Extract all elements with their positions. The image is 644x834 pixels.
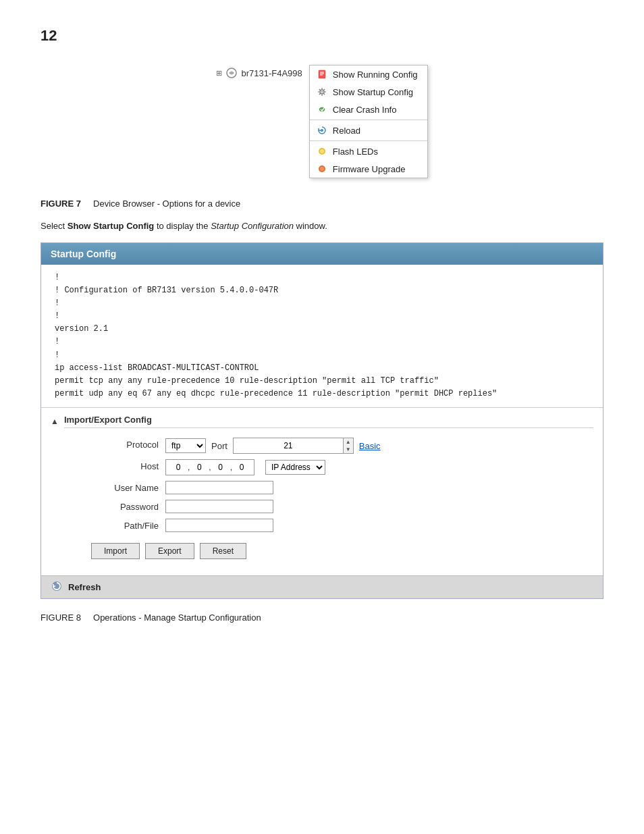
figure8-label: FIGURE 8 <box>41 613 81 623</box>
config-line-2: ! Configuration of BR7131 version 5.4.0.… <box>55 284 589 297</box>
import-button[interactable]: Import <box>91 543 140 559</box>
clear-icon <box>317 104 327 115</box>
config-line-7: ! <box>55 349 589 362</box>
protocol-control-row: ftp tftp sftp Port ▲ ▼ Basic <box>165 438 593 454</box>
config-line-3: ! <box>55 297 589 310</box>
figure7-text: Device Browser - Options for a device <box>93 199 240 209</box>
config-line-5: version 2.1 <box>55 323 589 336</box>
pathfile-control-row <box>165 519 593 532</box>
body-suffix: to display the <box>154 221 211 231</box>
figure7-label: FIGURE 7 <box>41 199 81 209</box>
host-label: Host <box>91 459 159 475</box>
form-grid: Protocol ftp tftp sftp Port ▲ ▼ Basic <box>91 438 593 532</box>
gear-icon <box>317 86 327 97</box>
figure8-text: Operations - Manage Startup Configuratio… <box>93 613 261 623</box>
body-text: Select Show Startup Config to display th… <box>41 219 603 233</box>
body-prefix: Select <box>41 221 68 231</box>
device-name: br7131-F4A998 <box>241 68 302 78</box>
startup-config-panel: Startup Config ! ! Configuration of BR71… <box>41 242 603 600</box>
password-control-row <box>165 500 593 513</box>
menu-item-flash-leds[interactable]: Flash LEDs <box>310 142 427 160</box>
host-octet-4[interactable] <box>232 461 251 473</box>
svg-point-3 <box>321 91 323 93</box>
menu-item-show-running-label: Show Running Config <box>333 70 418 80</box>
menu-item-reload[interactable]: Reload <box>310 122 427 139</box>
import-export-section: ▲ Import/Export Config Protocol ftp tftp… <box>41 408 603 575</box>
export-button[interactable]: Export <box>145 543 194 559</box>
basic-link[interactable]: Basic <box>359 441 381 451</box>
config-line-9: permit tcp any any rule-precedence 10 ru… <box>55 375 589 388</box>
menu-item-show-running[interactable]: Show Running Config <box>310 66 427 83</box>
host-octet-2[interactable] <box>190 461 209 473</box>
username-input[interactable] <box>165 481 273 494</box>
body-link: Show Startup Config <box>68 221 155 231</box>
import-export-title: Import/Export Config <box>64 415 593 428</box>
port-spinner: ▲ ▼ <box>233 438 354 454</box>
body-end: window. <box>294 221 327 231</box>
collapse-arrow-icon[interactable]: ▲ <box>51 417 59 426</box>
context-menu-area: ⊞ br7131-F4A998 Show Running Config Show… <box>41 65 603 178</box>
config-line-4: ! <box>55 310 589 323</box>
config-line-6: ! <box>55 336 589 348</box>
svg-rect-1 <box>319 70 325 78</box>
port-arrows: ▲ ▼ <box>343 438 353 453</box>
expand-icon: ⊞ <box>216 69 222 78</box>
firmware-icon <box>317 163 327 174</box>
context-menu: Show Running Config Show Startup Config … <box>309 65 428 178</box>
device-tree-icon <box>226 68 237 78</box>
port-up-button[interactable]: ▲ <box>344 438 353 446</box>
host-control-row: , , , IP Address Hostname <box>165 459 593 475</box>
host-type-select[interactable]: IP Address Hostname <box>265 460 325 475</box>
figure7-caption: FIGURE 7 Device Browser - Options for a … <box>41 199 603 209</box>
reload-icon <box>317 125 327 136</box>
svg-point-8 <box>320 167 324 171</box>
username-label: User Name <box>91 481 159 494</box>
password-label: Password <box>91 500 159 513</box>
port-down-button[interactable]: ▼ <box>344 446 353 453</box>
svg-point-6 <box>320 149 324 153</box>
host-octet-1[interactable] <box>169 461 188 473</box>
port-input[interactable] <box>234 440 343 452</box>
password-input[interactable] <box>165 500 273 513</box>
svg-point-4 <box>321 129 323 132</box>
buttons-row: Import Export Reset <box>91 543 593 559</box>
menu-separator-2 <box>310 140 427 141</box>
document-icon <box>317 69 327 80</box>
startup-config-body: ! ! Configuration of BR7131 version 5.4.… <box>41 265 603 409</box>
reset-button[interactable]: Reset <box>200 543 246 559</box>
username-control-row <box>165 481 593 494</box>
config-line-10: permit udp any eq 67 any eq dhcpc rule-p… <box>55 388 589 400</box>
menu-item-reload-label: Reload <box>333 126 360 136</box>
menu-separator-1 <box>310 120 427 120</box>
flash-icon <box>317 146 327 157</box>
menu-item-firmware-upgrade-label: Firmware Upgrade <box>333 164 406 174</box>
refresh-bar: Refresh <box>41 575 603 598</box>
pathfile-label: Path/File <box>91 519 159 532</box>
config-line-1: ! <box>55 271 589 284</box>
protocol-label: Protocol <box>91 438 159 454</box>
refresh-icon <box>51 580 63 594</box>
page-number: 12 <box>41 27 603 45</box>
context-menu-wrapper: ⊞ br7131-F4A998 Show Running Config Show… <box>216 65 427 178</box>
import-export-title-row: ▲ Import/Export Config <box>51 415 593 428</box>
menu-item-flash-leds-label: Flash LEDs <box>333 147 378 157</box>
pathfile-input[interactable] <box>165 519 273 532</box>
port-label: Port <box>211 441 227 451</box>
device-label: ⊞ br7131-F4A998 <box>216 68 302 78</box>
menu-item-show-startup[interactable]: Show Startup Config <box>310 83 427 101</box>
menu-item-firmware-upgrade[interactable]: Firmware Upgrade <box>310 160 427 178</box>
startup-config-header: Startup Config <box>41 243 603 265</box>
menu-item-clear-crash[interactable]: Clear Crash Info <box>310 101 427 118</box>
refresh-button[interactable]: Refresh <box>68 582 101 592</box>
menu-item-show-startup-label: Show Startup Config <box>333 87 413 97</box>
body-italic: Startup Configuration <box>211 221 294 231</box>
config-line-8: ip access-list BROADCAST-MULTICAST-CONTR… <box>55 362 589 375</box>
host-octet-3[interactable] <box>211 461 230 473</box>
protocol-select[interactable]: ftp tftp sftp <box>165 438 206 453</box>
figure8-caption: FIGURE 8 Operations - Manage Startup Con… <box>41 613 603 623</box>
host-input-wrapper: , , , <box>165 459 254 475</box>
menu-item-clear-crash-label: Clear Crash Info <box>333 105 397 115</box>
